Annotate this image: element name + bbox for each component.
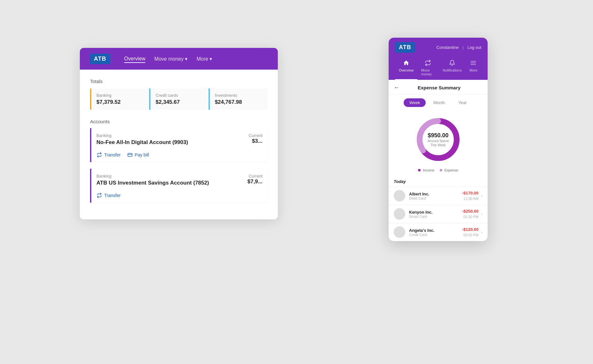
donut-chart-container: $950.00 Amount Spend This Week Income Ex…: [389, 111, 488, 174]
atb-logo-mobile: ATB: [395, 42, 415, 53]
mobile-nav-more-label: More: [469, 68, 477, 72]
pay-bill-label-1: Pay bill: [135, 152, 149, 157]
desktop-header: ATB Overview Move money ▾ More ▾: [80, 48, 278, 70]
tab-year[interactable]: Year: [452, 98, 472, 107]
accounts-title: Accounts: [90, 119, 268, 124]
transfer-label-1: Transfer: [104, 152, 121, 157]
transfer-icon-1: [96, 152, 102, 158]
desktop-body: Totals Banking $7,379.52 Credit cards $2…: [80, 70, 278, 219]
total-investments: Investments $24,767.98: [209, 88, 268, 110]
total-credit: Credit cards $2,345.67: [149, 88, 208, 110]
chevron-icon-1: ›: [481, 193, 483, 198]
mobile-nav-overview[interactable]: Overview: [395, 57, 417, 80]
tx-avatar-1: [394, 190, 405, 201]
total-banking-amount: $7,379.52: [96, 99, 144, 105]
tx-name-3: Angela's Inc.: [409, 228, 462, 233]
tx-name-1: Albert Inc.: [409, 192, 462, 196]
transaction-2[interactable]: Kenyon Inc. Smart Card -$250.00 01:30 PM…: [389, 205, 488, 223]
account-2-actions: Transfer: [96, 193, 262, 198]
desktop-nav-move-money[interactable]: Move money ▾: [154, 55, 187, 63]
mobile-nav-notifications[interactable]: Notifications: [439, 57, 466, 80]
mobile-body: ← Expense Summary Week Month Year: [389, 80, 488, 241]
account-2-top: Banking Current: [96, 174, 262, 178]
tx-time-3: 03:00 PM: [463, 233, 478, 237]
total-credit-label: Credit cards: [156, 93, 203, 98]
more-icon: [470, 60, 476, 67]
legend-income-label: Income: [423, 168, 435, 172]
desktop-panel: ATB Overview Move money ▾ More ▾ Totals …: [80, 48, 278, 219]
legend-expense: Expense: [440, 168, 458, 172]
transactions-section: Today Albert Inc. Debit Card -$170.00 11…: [389, 174, 488, 241]
tx-info-2: Kenyon Inc. Smart Card: [409, 210, 462, 218]
tx-amount-1: -$170.00: [462, 191, 478, 195]
chevron-icon-3: ›: [481, 230, 483, 235]
total-banking: Banking $7,379.52: [90, 88, 149, 110]
tx-time-1: 11:30 AM: [464, 197, 478, 201]
desktop-nav-overview[interactable]: Overview: [124, 55, 146, 63]
accounts-section: Accounts Banking Current No-Fee All-In D…: [90, 119, 268, 203]
tx-sub-3: Credit Card: [409, 233, 462, 237]
transfer-btn-1[interactable]: Transfer: [96, 152, 121, 158]
account-1-name-row: No-Fee All-In Digital Account (9903) $3.…: [96, 138, 262, 149]
transaction-1[interactable]: Albert Inc. Debit Card -$170.00 11:30 AM…: [389, 186, 488, 205]
totals-title: Totals: [90, 79, 268, 84]
pay-bill-btn-1[interactable]: Pay bill: [127, 152, 149, 158]
tx-sub-2: Smart Card: [409, 215, 462, 218]
total-investments-label: Investments: [215, 93, 262, 98]
mobile-logout-btn[interactable]: Log out: [468, 45, 481, 50]
account-2-name: ATB US Investment Savings Account (7852): [96, 180, 209, 186]
tab-week[interactable]: Week: [404, 98, 426, 107]
tx-amount-2: -$250.00: [462, 209, 478, 214]
separator: |: [462, 45, 463, 50]
today-label: Today: [389, 177, 488, 186]
expense-header: ← Expense Summary: [389, 80, 488, 95]
mobile-nav-overview-label: Overview: [399, 68, 414, 72]
total-banking-label: Banking: [96, 93, 144, 98]
desktop-nav-more[interactable]: More ▾: [196, 55, 212, 63]
tx-time-2: 01:30 PM: [463, 215, 478, 219]
account-1-type: Banking: [96, 133, 111, 138]
tx-avatar-2: [394, 208, 405, 220]
chevron-icon-2: ›: [481, 211, 483, 216]
account-card-1: Banking Current No-Fee All-In Digital Ac…: [90, 128, 268, 162]
tx-right-3: -$120.00 03:00 PM: [462, 227, 478, 238]
account-1-balance: $3...: [252, 138, 262, 144]
totals-row: Banking $7,379.52 Credit cards $2,345.67…: [90, 88, 268, 110]
transfer-btn-2[interactable]: Transfer: [96, 193, 121, 198]
tx-right-2: -$250.00 01:30 PM: [462, 209, 478, 219]
donut-label: Amount Spend This Week: [425, 139, 451, 147]
account-2-balance-label: Current: [249, 174, 262, 178]
account-2-name-row: ATB US Investment Savings Account (7852)…: [96, 178, 262, 190]
account-card-2: Banking Current ATB US Investment Saving…: [90, 169, 268, 203]
transfer-label-2: Transfer: [104, 193, 121, 198]
mobile-nav-more[interactable]: More: [466, 57, 481, 80]
time-tabs: Week Month Year: [389, 95, 488, 111]
tx-name-2: Kenyon Inc.: [409, 210, 462, 215]
tab-month[interactable]: Month: [428, 98, 451, 107]
donut-legend: Income Expense: [418, 168, 458, 172]
tx-sub-1: Debit Card: [409, 196, 462, 200]
atb-logo-desktop: ATB: [90, 54, 110, 64]
mobile-username: Constantine: [437, 45, 459, 50]
tx-avatar-3: [394, 226, 405, 238]
mobile-header: ATB Constantine | Log out Overview Move …: [389, 38, 488, 80]
account-2-type: Banking: [96, 174, 111, 178]
total-credit-amount: $2,345.67: [156, 99, 203, 105]
mobile-panel: ATB Constantine | Log out Overview Move …: [389, 38, 488, 241]
mobile-nav: Overview Move money Notifications More: [395, 57, 481, 80]
svg-rect-0: [128, 153, 132, 156]
transaction-3[interactable]: Angela's Inc. Credit Card -$120.00 03:00…: [389, 223, 488, 241]
mobile-nav-notifications-label: Notifications: [443, 68, 462, 72]
expense-dot: [440, 169, 442, 171]
mobile-nav-move-money[interactable]: Move money: [417, 57, 439, 80]
account-2-balance: $7,9...: [247, 178, 262, 185]
tx-amount-3: -$120.00: [462, 227, 478, 232]
legend-income: Income: [418, 168, 434, 172]
legend-expense-label: Expense: [445, 168, 458, 172]
overview-icon: [403, 60, 409, 67]
notifications-icon: [449, 60, 455, 67]
account-1-name: No-Fee All-In Digital Account (9903): [96, 139, 188, 146]
total-investments-amount: $24,767.98: [215, 99, 262, 105]
donut-chart: $950.00 Amount Spend This Week: [413, 114, 464, 165]
tx-info-3: Angela's Inc. Credit Card: [409, 228, 462, 237]
